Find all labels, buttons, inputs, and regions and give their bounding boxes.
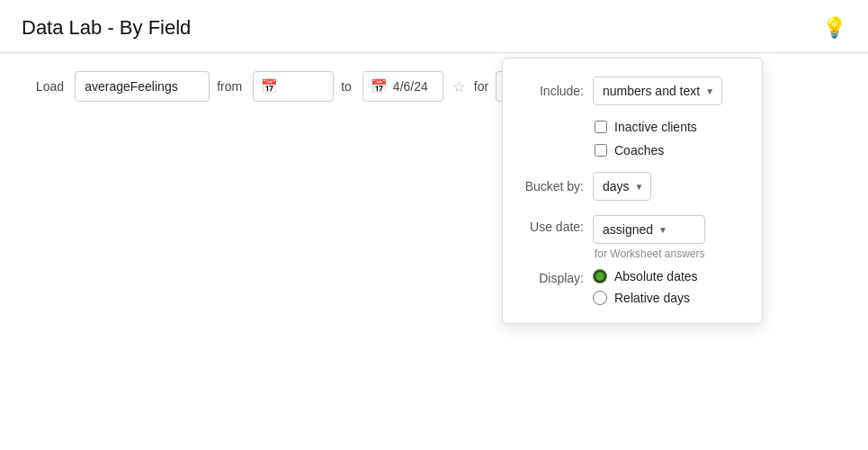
bucket-by-value: days (603, 179, 630, 194)
absolute-dates-label[interactable]: Absolute dates (614, 269, 698, 284)
use-date-row: Use date: assigned ▼ for Worksheet answe… (521, 215, 744, 260)
include-label: Include: (521, 84, 584, 98)
display-label: Display: (521, 269, 584, 285)
relative-days-label[interactable]: Relative days (614, 291, 690, 305)
relative-days-radio[interactable] (593, 291, 607, 305)
load-label: Load (36, 79, 64, 94)
display-radio-group: Absolute dates Relative days (593, 269, 698, 305)
header: Data Lab - By Field 💡 (0, 0, 868, 52)
use-date-value: assigned (603, 222, 653, 237)
absolute-dates-row: Absolute dates (593, 269, 698, 284)
coaches-row: Coaches (521, 143, 744, 158)
page-title: Data Lab - By Field (22, 16, 191, 40)
include-row: Include: numbers and text ▼ (521, 76, 744, 105)
from-date-input[interactable]: 📅 (253, 71, 334, 102)
chevron-down-icon: ▼ (705, 86, 714, 96)
to-date-input[interactable]: 📅 4/6/24 (362, 71, 443, 102)
to-date-value: 4/6/24 (393, 79, 428, 94)
relative-days-row: Relative days (593, 291, 698, 305)
coaches-checkbox[interactable] (595, 144, 607, 157)
use-date-label: Use date: (521, 215, 584, 234)
bucket-by-label: Bucket by: (521, 179, 584, 194)
include-select[interactable]: numbers and text ▼ (593, 76, 722, 105)
include-value: numbers and text (603, 84, 700, 98)
to-label: to (341, 79, 352, 94)
bulb-icon[interactable]: 💡 (822, 16, 846, 40)
for-label: for (474, 79, 488, 94)
chevron-down-icon: ▼ (658, 225, 667, 235)
inactive-clients-checkbox[interactable] (595, 121, 607, 133)
calendar-to-icon: 📅 (371, 78, 388, 94)
inactive-clients-label[interactable]: Inactive clients (614, 120, 697, 134)
display-row: Display: Absolute dates Relative days (521, 269, 744, 305)
from-label: from (217, 79, 242, 94)
inactive-clients-row: Inactive clients (521, 120, 744, 134)
calendar-from-icon: 📅 (261, 78, 278, 94)
for-worksheet-note: for Worksheet answers (595, 248, 705, 260)
coaches-label[interactable]: Coaches (614, 143, 664, 158)
bucket-by-row: Bucket by: days ▼ (521, 172, 744, 201)
bucket-by-select[interactable]: days ▼ (593, 172, 651, 201)
chevron-down-icon: ▼ (635, 182, 644, 192)
star-icon[interactable]: ☆ (452, 78, 465, 95)
field-input[interactable] (75, 71, 210, 102)
absolute-dates-radio[interactable] (593, 269, 607, 284)
settings-panel: Include: numbers and text ▼ Inactive cli… (502, 58, 763, 324)
use-date-right: assigned ▼ for Worksheet answers (593, 215, 705, 260)
use-date-select[interactable]: assigned ▼ (593, 215, 705, 244)
